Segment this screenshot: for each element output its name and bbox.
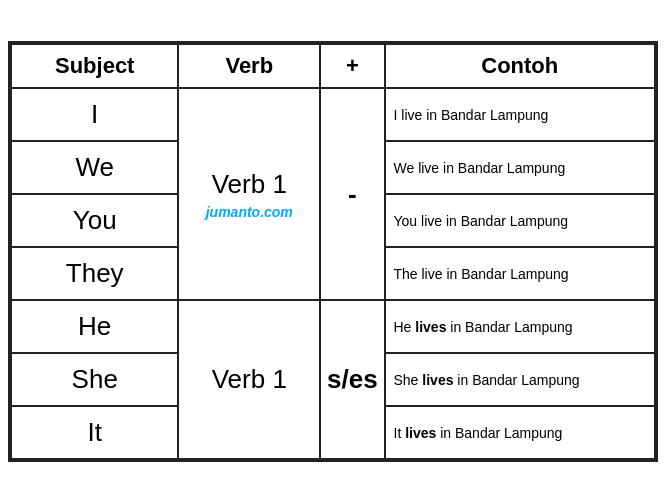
verb2-text: Verb 1 [212, 364, 287, 395]
header-plus: + [320, 44, 384, 88]
example-you: You live in Bandar Lampung [385, 194, 656, 247]
example-we: We live in Bandar Lampung [385, 141, 656, 194]
header-contoh: Contoh [385, 44, 656, 88]
plus-group1: - [320, 88, 384, 300]
subject-they: They [11, 247, 178, 300]
header-verb: Verb [178, 44, 320, 88]
bold-lives-she: lives [422, 372, 453, 388]
subject-i: I [11, 88, 178, 141]
example-it: It lives in Bandar Lampung [385, 406, 656, 459]
verb-group2: Verb 1 [178, 300, 320, 459]
example-they: The live in Bandar Lampung [385, 247, 656, 300]
plus-group2: s/es [320, 300, 384, 459]
header-subject: Subject [11, 44, 178, 88]
verb1-text: Verb 1 [212, 169, 287, 200]
subject-he: He [11, 300, 178, 353]
bold-lives-he: lives [415, 319, 446, 335]
watermark: jumanto.com [206, 204, 293, 220]
verb-group1: Verb 1 jumanto.com [178, 88, 320, 300]
example-i: I live in Bandar Lampung [385, 88, 656, 141]
example-she: She lives in Bandar Lampung [385, 353, 656, 406]
bold-lives-it: lives [405, 425, 436, 441]
subject-you: You [11, 194, 178, 247]
subject-she: She [11, 353, 178, 406]
subject-we: We [11, 141, 178, 194]
example-he: He lives in Bandar Lampung [385, 300, 656, 353]
grammar-table: Subject Verb + Contoh I Verb 1 jumanto.c… [8, 41, 658, 462]
subject-it: It [11, 406, 178, 459]
